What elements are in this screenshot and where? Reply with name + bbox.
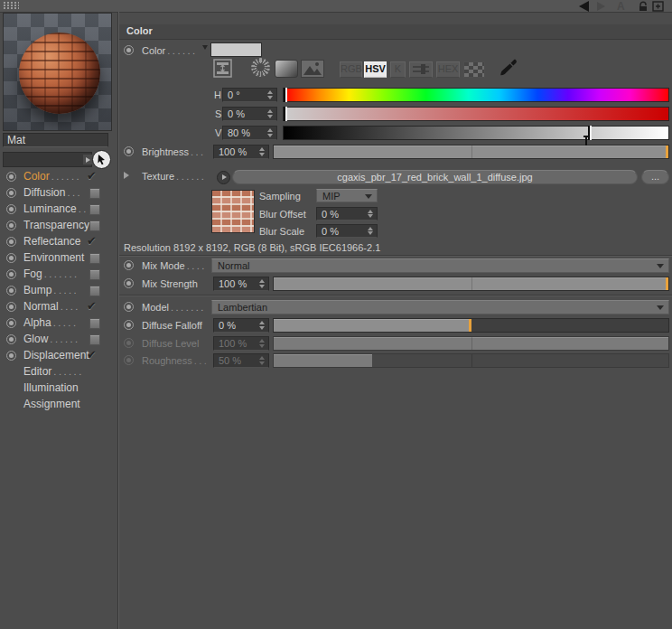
sidebar-channel-diffusion[interactable]: Diffusion... xyxy=(0,184,117,201)
drag-grip-icon[interactable] xyxy=(4,2,19,10)
color-preset-arrow-icon[interactable] xyxy=(202,45,208,50)
sidebar-channel-color[interactable]: Color......✔ xyxy=(0,168,117,184)
texture-expand-icon[interactable] xyxy=(124,172,129,179)
sidebar-channel-illumination[interactable]: Illumination xyxy=(0,380,117,396)
value-value-box[interactable]: 80 % xyxy=(222,126,277,140)
spinner-arrows-icon[interactable] xyxy=(259,319,266,332)
mix-mode-dropdown[interactable]: Normal xyxy=(211,258,669,273)
lock-icon[interactable] xyxy=(638,1,649,12)
texture-filename-button[interactable]: cgaxis_pbr_17_red_brick_wall_1_diffuse.j… xyxy=(232,170,638,184)
mix-strength-slider[interactable] xyxy=(273,277,669,291)
sidebar-channel-normal[interactable]: Normal....✔ xyxy=(0,298,117,314)
animation-dot-icon[interactable] xyxy=(124,302,134,312)
channel-checkbox[interactable] xyxy=(89,221,100,231)
animation-dot-icon[interactable] xyxy=(6,318,16,328)
channel-checkmark-icon[interactable]: ✔ xyxy=(87,169,97,183)
image-picker-icon[interactable] xyxy=(301,60,324,78)
eyedropper-icon[interactable] xyxy=(498,57,519,80)
channel-checkbox[interactable] xyxy=(89,318,100,329)
swatches-mode-icon[interactable] xyxy=(463,61,485,78)
animation-dot-icon[interactable] xyxy=(6,302,16,312)
k-mode-button[interactable]: K xyxy=(390,61,406,78)
saturation-gradient-bar[interactable] xyxy=(283,107,669,121)
value-handle[interactable] xyxy=(588,126,592,140)
blur-scale-value-box[interactable]: 0 % xyxy=(316,224,378,238)
spinner-arrows-icon[interactable] xyxy=(259,277,266,290)
channel-label: Displacement xyxy=(23,349,89,361)
animation-dot-icon[interactable] xyxy=(6,204,16,214)
spinner-arrows-icon[interactable] xyxy=(259,146,266,158)
texture-shader-menu-button[interactable] xyxy=(217,171,230,184)
channel-checkbox[interactable] xyxy=(89,204,100,215)
material-name-input[interactable] xyxy=(3,133,108,147)
texture-browse-button[interactable]: ... xyxy=(641,170,669,184)
animation-dot-icon[interactable] xyxy=(124,278,134,288)
sidebar-channel-assignment[interactable]: Assignment xyxy=(0,396,117,412)
channel-checkbox[interactable] xyxy=(89,286,100,296)
animation-dot-icon[interactable] xyxy=(6,172,16,182)
model-dropdown[interactable]: Lambertian xyxy=(211,300,669,314)
channel-checkmark-icon[interactable]: ✔ xyxy=(87,234,97,248)
node-space-field[interactable] xyxy=(3,152,92,167)
brightness-slider[interactable] xyxy=(273,145,669,159)
mixer-mode-icon[interactable] xyxy=(409,61,433,78)
spinner-arrows-icon[interactable] xyxy=(267,127,274,139)
channel-checkmark-icon[interactable]: ✔ xyxy=(87,348,97,361)
color-swatch[interactable] xyxy=(210,42,262,57)
hue-handle[interactable] xyxy=(284,88,287,102)
saturation-handle[interactable] xyxy=(284,107,287,121)
channel-checkbox[interactable] xyxy=(89,269,100,280)
value-gradient-bar[interactable] xyxy=(283,126,669,140)
brightness-value-box[interactable]: 100 % xyxy=(213,145,269,159)
animation-dot-icon[interactable] xyxy=(6,269,16,279)
sidebar-channel-reflectance[interactable]: Reflectance✔ xyxy=(0,233,117,249)
sidebar-channel-transparency[interactable]: Transparency xyxy=(0,217,117,233)
diffuse-falloff-value-box[interactable]: 0 % xyxy=(213,318,269,333)
hex-mode-button[interactable]: HEX xyxy=(436,61,460,78)
animation-dot-icon[interactable] xyxy=(6,286,16,296)
hue-gradient-bar[interactable] xyxy=(283,88,669,102)
spinner-arrows-icon[interactable] xyxy=(267,89,274,101)
animation-dot-icon[interactable] xyxy=(6,221,16,230)
channel-checkbox[interactable] xyxy=(89,188,100,199)
saturation-value-box[interactable]: 0 % xyxy=(222,107,277,121)
animation-dot-icon[interactable] xyxy=(124,260,134,270)
new-window-icon[interactable] xyxy=(652,1,664,12)
spectrum-icon[interactable] xyxy=(275,60,298,78)
material-preview[interactable] xyxy=(3,13,112,131)
rgb-mode-button[interactable]: RGB xyxy=(340,61,362,78)
sidebar-channel-fog[interactable]: Fog....... xyxy=(0,266,117,282)
compact-mode-icon[interactable] xyxy=(213,59,232,80)
animation-dot-icon[interactable] xyxy=(6,351,16,361)
mix-strength-value-box[interactable]: 100 % xyxy=(213,277,269,291)
blur-offset-value-box[interactable]: 0 % xyxy=(316,207,378,221)
sidebar-channel-editor[interactable]: Editor...... xyxy=(0,363,117,380)
sidebar-channel-displacement[interactable]: Displacement✔ xyxy=(0,347,117,363)
animation-dot-icon[interactable] xyxy=(6,334,16,344)
channel-checkbox[interactable] xyxy=(89,253,100,264)
sidebar-channel-luminance[interactable]: Luminance.. xyxy=(0,201,117,217)
diffuse-falloff-slider[interactable] xyxy=(273,318,669,333)
texture-thumbnail[interactable] xyxy=(211,190,255,233)
channel-checkmark-icon[interactable]: ✔ xyxy=(87,299,97,313)
sidebar-channel-bump[interactable]: Bump..... xyxy=(0,282,117,298)
spinner-arrows-icon[interactable] xyxy=(368,208,374,220)
animation-dot-icon[interactable] xyxy=(124,146,134,156)
animation-dot-icon[interactable] xyxy=(124,45,134,55)
color-wheel-icon[interactable] xyxy=(251,58,270,77)
sidebar-channel-environment[interactable]: Environment xyxy=(0,249,117,266)
hue-value-box[interactable]: 0 ° xyxy=(222,88,277,102)
back-arrow-icon[interactable] xyxy=(579,1,589,12)
animation-dot-icon[interactable] xyxy=(124,320,134,330)
sidebar-channel-glow[interactable]: Glow...... xyxy=(0,331,117,347)
animation-dot-icon[interactable] xyxy=(6,188,16,198)
spinner-arrows-icon[interactable] xyxy=(267,108,274,120)
animation-dot-icon[interactable] xyxy=(6,237,16,247)
hsv-mode-button[interactable]: HSV xyxy=(364,61,387,78)
pointer-pick-icon[interactable] xyxy=(92,150,111,169)
sampling-dropdown[interactable]: MIP xyxy=(316,189,378,202)
animation-dot-icon[interactable] xyxy=(6,253,16,263)
sidebar-channel-alpha[interactable]: Alpha..... xyxy=(0,314,117,331)
channel-checkbox[interactable] xyxy=(89,334,100,345)
spinner-arrows-icon[interactable] xyxy=(368,225,374,237)
